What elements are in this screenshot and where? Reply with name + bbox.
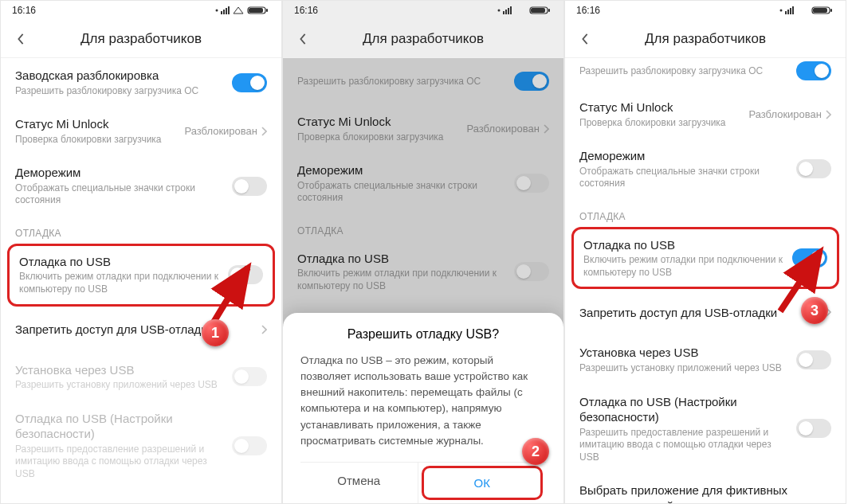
item-value: Разблокирован — [184, 125, 257, 137]
item-mock-location[interactable]: Выбрать приложение для фиктивных — [1, 490, 281, 504]
item-title: Отладка по USB — [297, 251, 506, 267]
svg-rect-10 — [505, 10, 507, 14]
screen-1: 16:16 Для разработчиков Заводская разбло… — [0, 0, 282, 504]
item-title: Статус Mi Unlock — [579, 100, 740, 115]
status-time: 16:16 — [576, 5, 600, 16]
dialog-body: Отладка по USB – это режим, который позв… — [300, 353, 546, 450]
svg-rect-18 — [787, 10, 789, 14]
dialog-cancel-button[interactable]: Отмена — [300, 463, 418, 503]
header: Для разработчиков — [565, 20, 846, 58]
dialog-allow-usb-debug: Разрешить отладку USB? Отладка по USB – … — [283, 313, 563, 504]
content: Заводская разблокировка Разрешить разбло… — [1, 58, 281, 504]
toggle-install-usb[interactable] — [232, 367, 267, 386]
svg-rect-23 — [830, 9, 832, 12]
item-title: Выбрать приложение для фиктивных местопо… — [579, 483, 831, 504]
item-install-usb[interactable]: Установка через USB Разрешить установку … — [1, 353, 281, 401]
item-mi-unlock[interactable]: Статус Mi Unlock Проверка блокировки заг… — [565, 90, 846, 139]
item-subtitle: Проверка блокировки загрузчика — [15, 134, 176, 147]
item-demo-mode: Деморежим Отображать специальные значки … — [283, 153, 563, 214]
toggle-factory-unlock[interactable] — [232, 73, 267, 92]
chevron-right-icon — [261, 127, 267, 136]
svg-rect-22 — [813, 8, 827, 13]
item-usb-security[interactable]: Отладка по USB (Настройки безопасности) … — [1, 401, 281, 490]
item-subtitle: Разрешить разблокировку загрузчика ОС — [579, 65, 788, 78]
item-usb-security[interactable]: Отладка по USB (Настройки безопасности) … — [565, 385, 846, 474]
chevron-left-icon — [579, 33, 591, 45]
status-icons — [779, 6, 834, 15]
svg-rect-7 — [266, 9, 268, 12]
item-title: Отладка по USB (Настройки безопасности) — [579, 394, 788, 425]
section-debug: ОТЛАДКА — [283, 214, 563, 241]
header: Для разработчиков — [1, 20, 281, 58]
section-debug: ОТЛАДКА — [565, 200, 846, 227]
status-icons — [214, 6, 270, 15]
toggle-usb-debug[interactable] — [792, 248, 827, 268]
back-button[interactable] — [9, 33, 33, 45]
item-subtitle: Разрешить установку приложений через USB — [15, 379, 224, 392]
item-subtitle: Отображать специальные значки строки сос… — [15, 182, 224, 207]
item-demo-mode[interactable]: Деморежим Отображать специальные значки … — [565, 139, 846, 200]
item-install-usb[interactable]: Установка через USB Разрешить установку … — [565, 335, 846, 384]
item-title: Деморежим — [15, 165, 224, 181]
highlight-usb-debug: Отладка по USB Включить режим отладки пр… — [7, 244, 275, 307]
item-subtitle: Отображать специальные значки строки сос… — [579, 166, 788, 190]
item-subtitle: Разрешить предоставление разрешений и им… — [15, 443, 224, 481]
item-subtitle: Включить режим отладки при подключении к… — [297, 268, 506, 292]
section-debug: ОТЛАДКА — [1, 217, 281, 244]
chevron-right-icon — [261, 325, 267, 334]
item-value: Разблокирован — [748, 108, 822, 120]
item-mi-unlock[interactable]: Статус Mi Unlock Проверка блокировки заг… — [1, 107, 281, 155]
item-subtitle: Разрешить установку приложений через USB — [579, 362, 788, 375]
item-title: Установка через USB — [579, 345, 788, 361]
item-usb-debug[interactable]: Отладка по USB Включить режим отладки пр… — [579, 232, 832, 284]
item-factory-unlock: Разрешить разблокировку загрузчика ОС — [283, 58, 563, 104]
toggle-demo — [514, 174, 549, 193]
toggle-install-usb[interactable] — [796, 350, 831, 369]
toggle-usb-debug[interactable] — [228, 265, 263, 284]
item-title: Деморежим — [297, 162, 506, 178]
item-subtitle: Включить режим отладки при подключении к… — [583, 254, 784, 279]
item-subtitle: Разрешить разблокировку загрузчика ОС — [297, 76, 506, 88]
svg-rect-12 — [510, 6, 512, 14]
screen-3: 16:16 Для разработчиков Разрешить разбло… — [564, 0, 846, 504]
svg-rect-14 — [531, 8, 545, 13]
dialog-ok-button[interactable]: ОК — [422, 466, 544, 500]
chevron-right-icon — [543, 124, 549, 134]
status-icons — [497, 6, 552, 15]
item-factory-unlock[interactable]: Заводская разблокировка Разрешить разбло… — [1, 58, 281, 107]
item-subtitle: Разрешить разблокировку загрузчика ОС — [15, 85, 224, 98]
chevron-left-icon — [15, 33, 26, 45]
step-badge-2: 2 — [522, 438, 549, 465]
item-title: Отладка по USB — [19, 254, 220, 270]
item-usb-debug[interactable]: Отладка по USB Включить режим отладки пр… — [14, 249, 268, 301]
page-title: Для разработчиков — [283, 31, 563, 47]
item-subtitle: Разрешить предоставление разрешений и им… — [579, 427, 788, 464]
toggle-usb-security[interactable] — [232, 436, 267, 455]
toggle-demo[interactable] — [232, 177, 267, 196]
step-badge-1: 1 — [202, 319, 229, 346]
svg-rect-19 — [790, 8, 791, 14]
status-time: 16:16 — [12, 5, 36, 16]
back-button[interactable] — [573, 33, 597, 45]
back-button[interactable] — [291, 33, 315, 45]
svg-rect-17 — [785, 11, 787, 14]
status-bar: 16:16 — [565, 1, 846, 20]
item-title: Установка через USB — [15, 362, 224, 378]
item-value: Разблокирован — [466, 123, 540, 135]
item-mock-location[interactable]: Выбрать приложение для фиктивных местопо… — [565, 473, 846, 504]
toggle-usb-security[interactable] — [796, 419, 831, 438]
status-bar: 16:16 — [1, 1, 281, 20]
item-title: Деморежим — [579, 148, 788, 164]
toggle-factory-unlock[interactable] — [796, 61, 831, 80]
dialog-title: Разрешить отладку USB? — [300, 327, 546, 342]
item-subtitle: Проверка блокировки загрузчика — [297, 131, 458, 144]
page-title: Для разработчиков — [1, 31, 281, 47]
toggle-demo[interactable] — [796, 159, 831, 178]
item-title: Заводская разблокировка — [15, 68, 224, 84]
svg-point-16 — [780, 10, 783, 12]
item-factory-unlock[interactable]: Разрешить разблокировку загрузчика ОС — [565, 58, 846, 90]
svg-rect-3 — [226, 8, 227, 14]
item-revoke[interactable]: Запретить доступ для USB-отладки — [1, 307, 281, 353]
item-title: Статус Mi Unlock — [297, 114, 458, 130]
item-demo-mode[interactable]: Деморежим Отображать специальные значки … — [1, 155, 281, 217]
